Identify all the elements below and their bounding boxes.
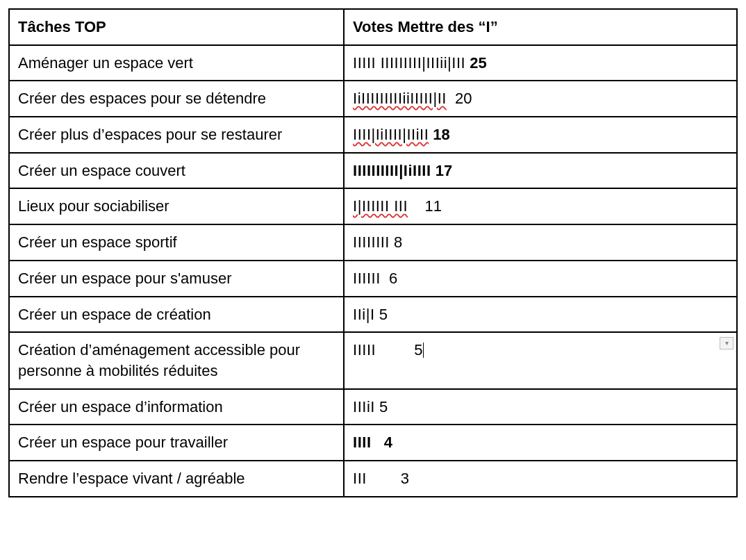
header-tasks: Tâches TOP	[9, 9, 344, 45]
table-row: Création d’aménagement accessible pour p…	[9, 332, 737, 388]
votes-cell: IIIII IIIIIIIII|IIIii|III 25	[344, 45, 737, 81]
vote-count: 20	[447, 90, 472, 107]
tally-marks: IIII|IiIIII|IIiII	[353, 126, 429, 143]
vote-count: 18	[429, 126, 450, 143]
tally-marks: IIII	[353, 434, 371, 451]
task-cell: Aménager un espace vert	[9, 45, 344, 81]
tally-marks: IIIIIIII	[353, 233, 390, 251]
task-cell: Créer plus d’espaces pour se restaurer	[9, 117, 344, 153]
votes-cell: IIII 4	[344, 425, 737, 461]
votes-cell: IIIIIIII 8	[344, 224, 737, 261]
vote-count: 6	[381, 270, 397, 287]
tally-marks: IiIIIIIIIIIiiIIIII|II	[353, 90, 447, 107]
tally-marks: IIIIII	[353, 270, 381, 287]
tally-marks: IIi|I	[353, 306, 374, 323]
task-cell: Création d’aménagement accessible pour p…	[9, 332, 344, 388]
dropdown-icon[interactable]: ▾	[720, 337, 733, 349]
top-tasks-table: Tâches TOP Votes Mettre des “I” Aménager…	[8, 8, 738, 497]
votes-cell: IIi|I 5	[344, 297, 737, 333]
table-row: Créer un espace sportifIIIIIIII 8	[9, 224, 737, 261]
vote-count: 25	[465, 54, 487, 72]
votes-cell: IIIIIIIIII|IiIIII 17	[344, 153, 737, 189]
table-row: Créer plus d’espaces pour se restaurerII…	[9, 117, 737, 153]
task-cell: Créer un espace pour travailler	[9, 425, 344, 461]
vote-count: 4	[372, 434, 393, 451]
votes-cell: IIIII 5▾	[344, 332, 737, 388]
task-cell: Créer un espace d’information	[9, 389, 344, 425]
vote-count: 3	[367, 470, 409, 487]
header-votes: Votes Mettre des “I”	[344, 9, 737, 45]
task-cell: Créer un espace sportif	[9, 224, 344, 261]
vote-count: 11	[408, 197, 442, 215]
votes-cell: IIII|IiIIII|IIiII 18	[344, 117, 737, 153]
votes-cell: III 3	[344, 461, 737, 497]
tally-marks: III	[353, 470, 367, 487]
votes-cell: IIIIII 6	[344, 261, 737, 297]
tally-marks: IIIiI	[353, 398, 375, 415]
table-row: Créer un espace pour s'amuserIIIIII 6	[9, 261, 737, 297]
table-row: Aménager un espace vertIIIII IIIIIIIII|I…	[9, 45, 737, 81]
table-row: Créer un espace de créationIIi|I 5	[9, 297, 737, 333]
table-row: Créer des espaces pour se détendreIiIIII…	[9, 81, 737, 117]
votes-cell: IIIiI 5	[344, 389, 737, 425]
tally-marks: IIIII	[353, 341, 376, 359]
tally-marks: IIIII IIIIIIIII|IIIii|III	[353, 54, 465, 72]
vote-count: 5	[375, 306, 388, 323]
vote-count: 5	[376, 341, 422, 359]
task-cell: Créer un espace couvert	[9, 153, 344, 189]
vote-count: 8	[390, 233, 402, 251]
votes-cell: IiIIIIIIIIIiiIIIII|II 20	[344, 81, 737, 117]
tally-marks: IIIIIIIIII|IiIIII	[353, 162, 431, 179]
table-row: Rendre l’espace vivant / agréableIII 3	[9, 461, 737, 497]
table-row: Lieux pour sociabiliserI|IIIIII III 11	[9, 188, 737, 224]
table-row: Créer un espace d’informationIIIiI 5	[9, 389, 737, 425]
table-row: Créer un espace pour travaillerIIII 4	[9, 425, 737, 461]
task-cell: Créer des espaces pour se détendre	[9, 81, 344, 117]
vote-count: 5	[375, 398, 388, 415]
votes-cell: I|IIIIII III 11	[344, 188, 737, 224]
vote-count: 17	[431, 162, 453, 179]
table-row: Créer un espace couvertIIIIIIIIII|IiIIII…	[9, 153, 737, 189]
task-cell: Créer un espace pour s'amuser	[9, 261, 344, 297]
table-header-row: Tâches TOP Votes Mettre des “I”	[9, 9, 737, 45]
tally-marks: I|IIIIII III	[353, 197, 408, 215]
text-cursor	[423, 343, 424, 358]
task-cell: Rendre l’espace vivant / agréable	[9, 461, 344, 497]
task-cell: Lieux pour sociabiliser	[9, 188, 344, 224]
task-cell: Créer un espace de création	[9, 297, 344, 333]
